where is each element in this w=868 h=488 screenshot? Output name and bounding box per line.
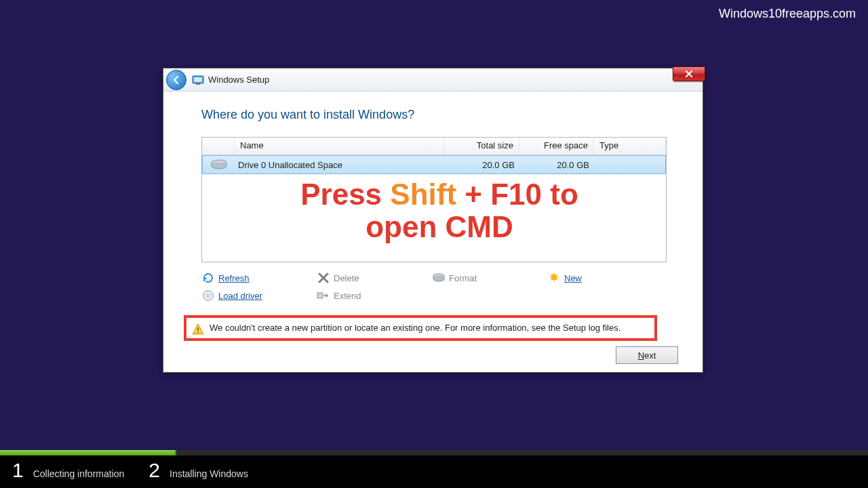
- instruction-overlay: Press Shift + F10 to open CMD: [277, 178, 602, 244]
- step-1: 1 Collecting information: [0, 459, 136, 485]
- close-icon: [685, 70, 693, 77]
- titlebar: Windows Setup: [163, 68, 703, 92]
- svg-rect-9: [197, 332, 199, 333]
- setup-icon: [192, 74, 204, 86]
- disk-icon: [210, 159, 228, 171]
- refresh-icon: [201, 271, 215, 285]
- load-driver-action[interactable]: Load driver: [201, 287, 317, 304]
- progress-bar: [0, 450, 868, 455]
- warning-icon: [192, 323, 204, 336]
- format-action: Format: [432, 269, 547, 287]
- table-header: Name Total size Free space Type: [202, 138, 666, 155]
- col-name: Name: [235, 138, 445, 155]
- new-icon: [547, 271, 561, 285]
- back-button[interactable]: [166, 70, 186, 90]
- svg-point-6: [207, 294, 210, 297]
- cd-icon: [201, 289, 215, 302]
- svg-rect-7: [317, 293, 323, 298]
- progress-segment-1: [0, 450, 176, 455]
- refresh-action[interactable]: Refresh: [201, 269, 317, 287]
- delete-action: Delete: [317, 269, 432, 287]
- row-total: 20.0 GB: [446, 160, 520, 170]
- col-free: Free space: [519, 138, 594, 155]
- svg-rect-8: [197, 327, 199, 331]
- disk-list[interactable]: Name Total size Free space Type Drive 0 …: [201, 137, 667, 262]
- extend-action: Extend: [317, 287, 432, 304]
- col-type: Type: [594, 138, 666, 155]
- window-title: Windows Setup: [208, 75, 269, 85]
- action-bar: Refresh Delete Format New: [201, 269, 667, 304]
- svg-rect-1: [194, 77, 202, 82]
- progress-segment-2: [176, 450, 868, 455]
- extend-icon: [317, 289, 330, 302]
- page-heading: Where do you want to install Windows?: [201, 108, 665, 122]
- step-2: 2 Installing Windows: [136, 459, 260, 485]
- warning-message: We couldn't create a new partition or lo…: [184, 315, 657, 341]
- row-name: Drive 0 Unallocated Space: [235, 160, 446, 170]
- next-button[interactable]: Next: [616, 346, 678, 364]
- close-button[interactable]: [673, 66, 705, 81]
- watermark-text: Windows10freeapps.com: [719, 7, 856, 21]
- col-total: Total size: [445, 138, 519, 155]
- format-icon: [432, 271, 446, 285]
- row-free: 20.0 GB: [520, 160, 595, 170]
- svg-rect-2: [196, 83, 200, 85]
- next-label: ext: [644, 350, 656, 361]
- setup-window: Windows Setup Where do you want to insta…: [163, 68, 703, 373]
- content-area: Where do you want to install Windows? Na…: [163, 92, 703, 372]
- new-action[interactable]: New: [547, 269, 663, 287]
- arrow-left-icon: [171, 75, 182, 85]
- installer-footer: 1 Collecting information 2 Installing Wi…: [0, 450, 868, 488]
- delete-icon: [317, 271, 330, 285]
- disk-row[interactable]: Drive 0 Unallocated Space 20.0 GB 20.0 G…: [202, 155, 666, 174]
